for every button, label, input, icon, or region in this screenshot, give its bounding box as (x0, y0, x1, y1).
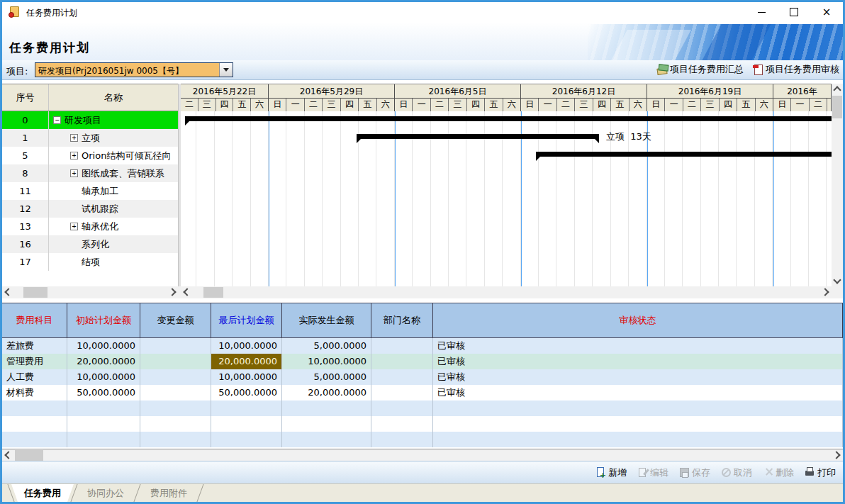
cost-row[interactable]: 人工费10,000.000010,000.00005,000.0000已审核 (2, 369, 843, 385)
tab-collaboration[interactable]: 协同办公 (74, 484, 137, 502)
scrollbar-thumb[interactable] (15, 450, 43, 461)
cost-cell-final[interactable]: 10,000.0000 (211, 338, 282, 354)
task-row-name: +立项 (49, 129, 178, 147)
gantt-summary-bar[interactable]: 立项 13天 (357, 134, 599, 139)
scroll-right-icon[interactable] (820, 286, 832, 298)
scroll-up-icon[interactable] (832, 84, 843, 95)
name-column-header[interactable]: 名称 (49, 84, 178, 111)
expand-icon[interactable]: + (70, 169, 78, 177)
chevron-down-icon[interactable] (219, 63, 233, 77)
cost-cell-status[interactable]: 已审核 (433, 385, 843, 401)
tab-cost-attachment[interactable]: 费用附件 (138, 484, 200, 502)
cost-cell-dept[interactable] (371, 385, 433, 401)
money-stack-icon (656, 64, 668, 75)
task-grid-hscrollbar[interactable] (2, 286, 179, 298)
cost-row[interactable]: 管理费用20,000.000020,000.000010,000.0000已审核 (2, 354, 843, 369)
bar-end-notch (595, 139, 599, 143)
seq-column-header[interactable]: 序号 (2, 84, 49, 111)
cost-cell-status[interactable]: 已审核 (433, 354, 843, 369)
cost-cell-initial[interactable]: 50,000.0000 (67, 385, 140, 401)
gantt-summary-bar[interactable] (185, 116, 832, 121)
cost-col-header-change[interactable]: 变更金额 (140, 303, 211, 337)
task-row[interactable]: 12试机跟踪 (2, 200, 178, 218)
cost-row-empty[interactable] (2, 416, 843, 432)
gantt-summary-bar[interactable] (536, 152, 832, 157)
gantt-vertical-scrollbar[interactable] (832, 84, 843, 286)
cost-cell-subject[interactable]: 材料费 (2, 385, 67, 401)
cost-cell-initial[interactable]: 20,000.0000 (67, 354, 140, 369)
cost-row[interactable]: 材料费50,000.000050,000.000020,000.0000已审核 (2, 385, 843, 401)
task-row[interactable]: 1+立项 (2, 129, 178, 147)
cost-cell-change[interactable] (140, 338, 211, 354)
minimize-button[interactable] (745, 2, 778, 22)
cost-cell-initial[interactable]: 10,000.0000 (67, 369, 140, 385)
cost-cell-subject[interactable]: 人工费 (2, 369, 67, 385)
cost-grid-hscrollbar[interactable] (2, 449, 843, 461)
scrollbar-thumb[interactable] (23, 287, 47, 298)
cost-col-header-initial[interactable]: 初始计划金额 (67, 303, 140, 337)
cost-col-header-subject[interactable]: 费用科目 (2, 303, 67, 337)
collapse-icon[interactable]: − (53, 116, 61, 124)
cost-row-empty[interactable] (2, 401, 843, 416)
cost-cell-status[interactable]: 已审核 (433, 369, 843, 385)
expand-icon[interactable]: + (70, 152, 78, 159)
day-header-row: 二三四五六 (181, 99, 268, 111)
project-select[interactable]: 研发项目(Prj2016051jw 0005【号】 (35, 62, 233, 77)
scroll-right-icon[interactable] (167, 286, 179, 298)
print-button[interactable]: 打印 (805, 466, 836, 479)
cost-cell-actual[interactable]: 10,000.0000 (282, 354, 371, 369)
day-header-row: 日一二三四五六 (521, 99, 647, 111)
cost-cell-dept[interactable] (371, 354, 433, 369)
project-cost-audit-link[interactable]: 项目任务费用审核 (752, 63, 839, 76)
scroll-left-icon[interactable] (2, 286, 13, 298)
new-button[interactable]: 新增 (595, 466, 627, 479)
task-row[interactable]: 11轴承加工 (2, 182, 178, 200)
project-cost-summary-link[interactable]: 项目任务费用汇总 (656, 63, 744, 76)
cost-col-header-status[interactable]: 审核状态 (433, 303, 843, 337)
day-label: 二 (810, 99, 827, 111)
task-row-name: 轴承加工 (49, 182, 178, 200)
cost-cell-final[interactable]: 50,000.0000 (211, 385, 282, 401)
cost-cell-subject[interactable]: 差旅费 (2, 338, 67, 354)
scrollbar-thumb[interactable] (203, 287, 223, 298)
cost-cell-dept[interactable] (371, 338, 433, 354)
cost-col-header-dept[interactable]: 部门名称 (371, 303, 433, 337)
scroll-left-icon[interactable] (181, 286, 192, 298)
cost-cell-initial[interactable]: 10,000.0000 (67, 338, 140, 354)
cost-cell-change[interactable] (140, 369, 211, 385)
expand-icon[interactable]: + (70, 134, 78, 142)
task-row-name: 结项 (49, 253, 178, 271)
task-row[interactable]: 5+Orion结构可倾瓦径向 (2, 147, 178, 164)
day-header-row: 日一二三四五六 (269, 99, 394, 111)
cost-cell-final[interactable]: 20,000.0000 (211, 354, 282, 369)
scroll-right-icon[interactable] (832, 449, 843, 461)
cost-cell-final[interactable]: 10,000.0000 (211, 369, 282, 385)
task-row[interactable]: 0−研发项目 (2, 111, 178, 129)
cost-col-header-actual[interactable]: 实际发生金额 (282, 303, 371, 337)
cost-col-header-final[interactable]: 最后计划金额 (211, 303, 282, 337)
cost-cell-actual[interactable]: 5,000.0000 (282, 338, 371, 354)
gantt-hscrollbar[interactable] (181, 286, 832, 298)
tab-task-cost[interactable]: 任务费用 (11, 484, 74, 502)
task-grid-header: 序号 名称 (2, 84, 178, 111)
cost-cell-change[interactable] (140, 385, 211, 401)
scroll-left-icon[interactable] (2, 449, 13, 461)
cost-row-empty[interactable] (2, 432, 843, 447)
cost-cell-subject[interactable]: 管理费用 (2, 354, 67, 369)
task-row[interactable]: 13+轴承优化 (2, 218, 178, 235)
close-button[interactable]: × (810, 2, 843, 22)
gantt-week-column: 2016年5月22日二三四五六 (181, 84, 269, 111)
cost-cell-actual[interactable]: 20,000.0000 (282, 385, 371, 401)
cost-cell-dept[interactable] (371, 369, 433, 385)
task-row[interactable]: 17结项 (2, 253, 178, 271)
cost-cell-actual[interactable]: 5,000.0000 (282, 369, 371, 385)
maximize-button[interactable] (778, 2, 810, 22)
scroll-down-icon[interactable] (832, 275, 843, 286)
cost-row[interactable]: 差旅费10,000.000010,000.00005,000.0000已审核 (2, 338, 843, 354)
expand-icon[interactable]: + (70, 223, 78, 230)
task-row[interactable]: 8+图纸成套、营销联系 (2, 164, 178, 182)
scrollbar-thumb[interactable] (832, 96, 842, 118)
cost-cell-status[interactable]: 已审核 (433, 338, 843, 354)
cost-cell-change[interactable] (140, 354, 211, 369)
task-row[interactable]: 16系列化 (2, 235, 178, 253)
